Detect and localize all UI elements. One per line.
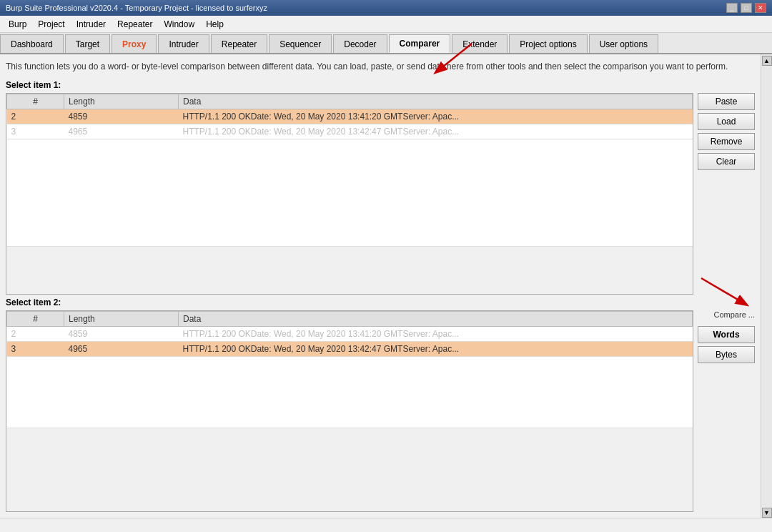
tab-user-options[interactable]: User options xyxy=(589,34,658,53)
row1-length: 4859 xyxy=(64,109,179,124)
section2-label: Select item 2: xyxy=(6,297,755,307)
row2-num: 3 xyxy=(7,124,64,139)
row1-data: HTTP/1.1 200 OKDate: Wed, 20 May 2020 13… xyxy=(179,109,693,124)
table-row[interactable]: 2 4859 HTTP/1.1 200 OKDate: Wed, 20 May … xyxy=(7,327,693,342)
col-length-2: Length xyxy=(64,312,179,327)
section2-table: # Length Data 2 4859 HTTP/1. xyxy=(6,311,693,428)
comparer-panel: This function lets you do a word- or byt… xyxy=(6,60,755,512)
row2-num: 3 xyxy=(7,342,64,357)
section2-block: Select item 2: # Length Data xyxy=(6,297,755,512)
row2-length: 4965 xyxy=(64,124,179,139)
section1-buttons: Paste Load Remove Clear xyxy=(698,93,755,295)
description-text: This function lets you do a word- or byt… xyxy=(6,60,755,73)
words-button[interactable]: Words xyxy=(698,326,755,343)
bytes-button[interactable]: Bytes xyxy=(698,346,755,363)
row2-data: HTTP/1.1 200 OKDate: Wed, 20 May 2020 13… xyxy=(179,124,693,139)
row1-num: 2 xyxy=(7,327,64,342)
section1-label: Select item 1: xyxy=(6,80,755,90)
section2-table-container: # Length Data 2 4859 HTTP/1. xyxy=(6,310,693,512)
tab-repeater[interactable]: Repeater xyxy=(211,34,267,53)
tab-sequencer[interactable]: Sequencer xyxy=(269,34,332,53)
load-button[interactable]: Load xyxy=(698,113,755,130)
clear-button[interactable]: Clear xyxy=(698,153,755,170)
table-row[interactable]: 3 4965 HTTP/1.1 200 OKDate: Wed, 20 May … xyxy=(7,124,693,139)
status-bar xyxy=(0,518,772,532)
empty-cell xyxy=(7,357,693,428)
tab-dashboard[interactable]: Dashboard xyxy=(0,34,64,53)
table-row xyxy=(7,357,693,428)
tab-bar: Dashboard Target Proxy Intruder Repeater… xyxy=(0,33,772,54)
compare-label: Compare ... xyxy=(698,310,755,319)
minimize-button[interactable]: _ xyxy=(726,3,738,13)
main-area: This function lets you do a word- or byt… xyxy=(0,54,772,518)
section2-table-area: # Length Data 2 4859 HTTP/1. xyxy=(6,310,755,512)
tab-decoder[interactable]: Decoder xyxy=(333,34,387,53)
scroll-down-button[interactable]: ▼ xyxy=(762,508,772,518)
col-num-2: # xyxy=(7,312,64,327)
tab-target[interactable]: Target xyxy=(65,34,110,53)
tab-proxy[interactable]: Proxy xyxy=(112,34,157,53)
window-title: Burp Suite Professional v2020.4 - Tempor… xyxy=(6,4,267,12)
menu-intruder[interactable]: Intruder xyxy=(71,18,112,31)
window-controls[interactable]: _ □ ✕ xyxy=(726,3,766,13)
scroll-up-button[interactable]: ▲ xyxy=(762,56,772,66)
maximize-button[interactable]: □ xyxy=(741,3,752,13)
row1-data: HTTP/1.1 200 OKDate: Wed, 20 May 2020 13… xyxy=(179,327,693,342)
sections-wrapper: Select item 1: # Length Data xyxy=(6,80,755,512)
section1-table-area: # Length Data 2 4859 HTTP/1. xyxy=(6,93,755,295)
section1-table-container: # Length Data 2 4859 HTTP/1. xyxy=(6,93,693,295)
section1-table: # Length Data 2 4859 HTTP/1. xyxy=(6,94,693,247)
menu-bar: Burp Project Intruder Repeater Window He… xyxy=(0,16,772,33)
menu-window[interactable]: Window xyxy=(158,18,200,31)
row2-length: 4965 xyxy=(64,342,179,357)
col-data-2: Data xyxy=(179,312,693,327)
col-num-1: # xyxy=(7,94,64,109)
col-data-1: Data xyxy=(179,94,693,109)
row2-data: HTTP/1.1 200 OKDate: Wed, 20 May 2020 13… xyxy=(179,342,693,357)
tab-comparer[interactable]: Comparer xyxy=(389,34,451,53)
col-length-1: Length xyxy=(64,94,179,109)
empty-cell xyxy=(7,139,693,247)
menu-repeater[interactable]: Repeater xyxy=(112,18,158,31)
remove-button[interactable]: Remove xyxy=(698,133,755,150)
table-row xyxy=(7,139,693,247)
compare-arrow-area: Compare ... xyxy=(698,310,755,320)
section2-buttons: Compare ... Words Bytes xyxy=(698,310,755,512)
title-bar: Burp Suite Professional v2020.4 - Tempor… xyxy=(0,0,772,16)
tab-intruder[interactable]: Intruder xyxy=(158,34,209,53)
menu-project[interactable]: Project xyxy=(32,18,70,31)
section1-block: Select item 1: # Length Data xyxy=(6,80,755,295)
paste-button[interactable]: Paste xyxy=(698,93,755,110)
row1-num: 2 xyxy=(7,109,64,124)
table-row[interactable]: 3 4965 HTTP/1.1 200 OKDate: Wed, 20 May … xyxy=(7,342,693,357)
table-row[interactable]: 2 4859 HTTP/1.1 200 OKDate: Wed, 20 May … xyxy=(7,109,693,124)
menu-burp[interactable]: Burp xyxy=(3,18,32,31)
row1-length: 4859 xyxy=(64,327,179,342)
tab-extender[interactable]: Extender xyxy=(452,34,508,53)
close-button[interactable]: ✕ xyxy=(755,3,766,13)
tab-project-options[interactable]: Project options xyxy=(509,34,587,53)
menu-help[interactable]: Help xyxy=(200,18,229,31)
scrollbar[interactable]: ▲ ▼ xyxy=(761,54,772,518)
content-area: This function lets you do a word- or byt… xyxy=(0,54,761,518)
